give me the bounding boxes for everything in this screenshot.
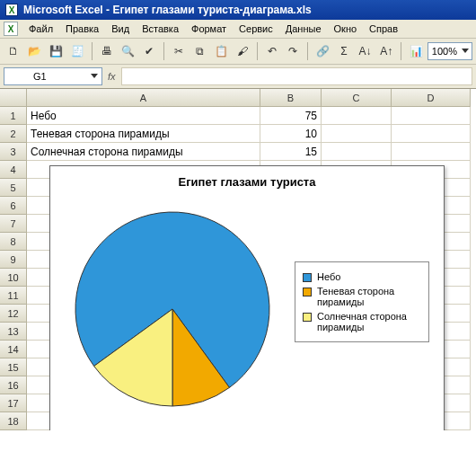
menu-view[interactable]: Вид	[106, 22, 135, 36]
legend-label: Теневая сторона пирамиды	[317, 286, 421, 307]
zoom-dropdown[interactable]: 100%	[428, 42, 472, 60]
formula-input[interactable]	[121, 67, 472, 85]
cell[interactable]: Солнечная сторона пирамиды	[27, 143, 260, 161]
legend-item: Солнечная сторона пирамиды	[303, 311, 421, 332]
col-header-C[interactable]: C	[322, 89, 392, 107]
menu-insert[interactable]: Вставка	[137, 22, 184, 36]
legend-label: Небо	[317, 271, 340, 282]
print-icon[interactable]: 🖶	[97, 41, 117, 61]
chart-legend: НебоТеневая сторона пирамидыСолнечная ст…	[295, 261, 429, 342]
cell[interactable]	[322, 107, 392, 125]
toolbar-separator	[401, 42, 401, 60]
menu-edit[interactable]: Правка	[60, 22, 104, 36]
row-header[interactable]: 1	[0, 107, 27, 125]
legend-swatch	[303, 313, 312, 322]
cell[interactable]	[392, 125, 471, 143]
row-header[interactable]: 13	[0, 323, 27, 341]
col-header-D[interactable]: D	[392, 89, 471, 107]
pie-chart	[65, 194, 280, 410]
menu-help[interactable]: Справ	[364, 22, 403, 36]
toolbar-separator	[163, 42, 164, 60]
row-header[interactable]: 17	[0, 394, 27, 412]
cell[interactable]: 15	[260, 143, 322, 161]
row-header[interactable]: 15	[0, 358, 27, 376]
row-header[interactable]: 10	[0, 269, 27, 287]
cell[interactable]: 75	[260, 107, 322, 125]
row-header[interactable]: 7	[0, 215, 27, 233]
standard-toolbar: 🗋 📂 💾 🧾 🖶 🔍 ✔ ✂ ⧉ 📋 🖌 ↶ ↷ 🔗 Σ A↓ A↑ 📊 10…	[0, 39, 476, 65]
excel-icon: X	[5, 4, 18, 16]
cell[interactable]	[392, 107, 471, 125]
row-header[interactable]: 2	[0, 125, 27, 143]
window-titlebar: X Microsoft Excel - Египет глазами турис…	[0, 0, 476, 20]
row-header[interactable]: 5	[0, 179, 27, 197]
autosum-icon[interactable]: Σ	[334, 41, 354, 61]
cell[interactable]	[392, 143, 471, 161]
new-icon[interactable]: 🗋	[4, 41, 23, 61]
menu-data[interactable]: Данные	[280, 22, 327, 36]
row-header[interactable]: 9	[0, 251, 27, 269]
cell[interactable]	[322, 143, 392, 161]
toolbar-separator	[307, 42, 308, 60]
legend-item: Теневая сторона пирамиды	[303, 286, 421, 307]
zoom-value: 100%	[432, 46, 457, 57]
row-header[interactable]: 8	[0, 233, 27, 251]
cell[interactable]: Небо	[27, 107, 260, 125]
sort-asc-icon[interactable]: A↓	[356, 41, 375, 61]
name-box[interactable]: G1	[4, 67, 102, 85]
worksheet: 123456789101112131415161718 A B C D Небо…	[0, 89, 476, 430]
toolbar-separator	[257, 42, 258, 60]
doc-name: Египет глазами туриста-диаграма.xls	[112, 4, 311, 16]
chart-title: Египет глазами туриста	[50, 175, 444, 189]
paste-icon[interactable]: 📋	[211, 41, 231, 61]
app-name: Microsoft Excel	[23, 4, 103, 16]
save-icon[interactable]: 💾	[46, 41, 66, 61]
row-header[interactable]: 18	[0, 412, 27, 430]
redo-icon[interactable]: ↷	[284, 41, 304, 61]
format-painter-icon[interactable]: 🖌	[233, 41, 252, 61]
col-header-A[interactable]: A	[27, 89, 260, 107]
col-header-B[interactable]: B	[260, 89, 322, 107]
sort-desc-icon[interactable]: A↑	[376, 41, 396, 61]
permission-icon[interactable]: 🧾	[67, 41, 87, 61]
copy-icon[interactable]: ⧉	[190, 41, 210, 61]
menu-window[interactable]: Окно	[329, 22, 363, 36]
cell[interactable]: 10	[260, 125, 322, 143]
spellcheck-icon[interactable]: ✔	[139, 41, 159, 61]
cell[interactable]: Теневая сторона пирамиды	[27, 125, 260, 143]
row-header[interactable]: 6	[0, 197, 27, 215]
menu-format[interactable]: Формат	[186, 22, 232, 36]
hyperlink-icon[interactable]: 🔗	[313, 41, 332, 61]
toolbar-separator	[92, 42, 93, 60]
row-header[interactable]: 4	[0, 161, 27, 179]
name-box-value: G1	[33, 71, 47, 82]
row-header[interactable]: 3	[0, 143, 27, 161]
titlebar-text: Microsoft Excel - Египет глазами туриста…	[23, 4, 312, 16]
row-header[interactable]: 12	[0, 305, 27, 323]
chart-wizard-icon[interactable]: 📊	[406, 41, 426, 61]
menu-tools[interactable]: Сервис	[234, 22, 278, 36]
legend-item: Небо	[303, 271, 421, 282]
menu-bar: X Файл Правка Вид Вставка Формат Сервис …	[0, 20, 476, 39]
excel-doc-icon[interactable]: X	[4, 22, 18, 36]
select-all-corner[interactable]	[0, 89, 27, 107]
menu-file[interactable]: Файл	[23, 22, 58, 36]
grid-area: Небо75Теневая сторона пирамиды10Солнечна…	[27, 107, 476, 430]
legend-swatch	[303, 288, 312, 296]
legend-swatch	[303, 273, 312, 282]
formula-bar: G1 fx	[0, 65, 476, 89]
row-header[interactable]: 14	[0, 341, 27, 358]
fx-icon[interactable]: fx	[108, 71, 116, 82]
open-icon[interactable]: 📂	[25, 41, 45, 61]
embedded-chart[interactable]: Египет глазами туриста НебоТеневая сторо…	[49, 165, 445, 430]
cell[interactable]	[322, 125, 392, 143]
cut-icon[interactable]: ✂	[169, 41, 189, 61]
undo-icon[interactable]: ↶	[262, 41, 282, 61]
legend-label: Солнечная сторона пирамиды	[317, 311, 421, 332]
row-header[interactable]: 11	[0, 287, 27, 305]
print-preview-icon[interactable]: 🔍	[119, 41, 138, 61]
column-headers: A B C D	[27, 89, 476, 107]
row-header[interactable]: 16	[0, 376, 27, 394]
